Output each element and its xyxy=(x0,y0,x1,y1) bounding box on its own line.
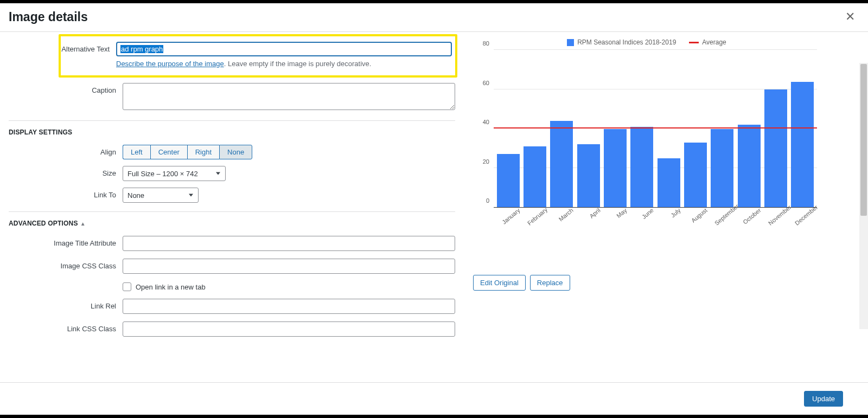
y-tick: 40 xyxy=(483,119,489,125)
x-label: December xyxy=(794,207,828,242)
align-none-button[interactable]: None xyxy=(219,145,252,159)
alt-text-input[interactable]: ad rpm graph xyxy=(116,42,452,56)
image-css-class-input[interactable] xyxy=(123,259,455,274)
average-line xyxy=(494,127,817,128)
divider xyxy=(9,211,455,212)
scrollbar-track[interactable] xyxy=(859,63,868,329)
bar-swatch-icon xyxy=(567,39,574,46)
size-select-value: Full Size – 1200 × 742 xyxy=(127,170,198,178)
size-select[interactable]: Full Size – 1200 × 742 xyxy=(123,166,226,181)
chart-bar xyxy=(604,129,627,208)
chart-bar xyxy=(711,129,733,208)
y-tick: 0 xyxy=(486,197,489,204)
chart-bar xyxy=(497,154,520,207)
image-title-label: Image Title Attribute xyxy=(9,236,123,247)
preview-actions: Edit Original Replace xyxy=(473,275,868,291)
link-rel-label: Link Rel xyxy=(9,299,123,310)
chart-bar xyxy=(577,144,600,207)
update-button[interactable]: Update xyxy=(804,391,843,407)
alt-text-highlight: Alternative Text ad rpm graph Describe t… xyxy=(59,34,457,78)
window-bottom-border xyxy=(0,415,868,418)
gridline xyxy=(494,49,817,50)
describe-purpose-link[interactable]: Describe the purpose of the image xyxy=(116,60,224,68)
new-tab-checkbox[interactable] xyxy=(123,282,131,291)
legend-item-average: Average xyxy=(689,38,726,46)
new-tab-checkbox-label: Open link in a new tab xyxy=(136,283,206,291)
image-css-class-label: Image CSS Class xyxy=(9,259,123,270)
divider xyxy=(9,120,455,121)
line-swatch-icon xyxy=(689,42,699,43)
chart-bar xyxy=(738,125,761,207)
chart-bar xyxy=(658,158,680,207)
align-label: Align xyxy=(9,145,123,156)
size-label: Size xyxy=(9,166,123,177)
caption-textarea[interactable] xyxy=(123,83,455,110)
y-tick: 60 xyxy=(483,80,489,86)
chart-plot-area: 020406080 xyxy=(494,50,817,208)
legend-item-bars: RPM Seasonal Indices 2018-2019 xyxy=(567,38,676,46)
advanced-options-heading[interactable]: ADVANCED OPTIONS xyxy=(0,220,464,234)
link-rel-input[interactable] xyxy=(123,299,455,314)
chart-bar xyxy=(684,143,707,207)
edit-original-button[interactable]: Edit Original xyxy=(473,275,526,291)
caption-label: Caption xyxy=(9,83,123,94)
align-center-button[interactable]: Center xyxy=(150,145,187,159)
chart-bar xyxy=(524,146,546,207)
align-right-button[interactable]: Right xyxy=(187,145,219,159)
chart-preview: RPM Seasonal Indices 2018-2019 Average 0… xyxy=(473,38,820,255)
link-to-select[interactable]: None xyxy=(123,188,199,203)
chart-bar xyxy=(791,82,814,207)
chart-bar xyxy=(550,121,573,207)
link-to-label: Link To xyxy=(9,188,123,199)
new-tab-checkbox-row[interactable]: Open link in a new tab xyxy=(123,281,455,291)
alt-text-value-selected: ad rpm graph xyxy=(120,45,163,53)
chart-bar xyxy=(630,127,653,207)
close-icon: ✕ xyxy=(845,10,855,23)
alt-text-hint-rest: . Leave empty if the image is purely dec… xyxy=(224,60,372,68)
modal-header: Image details ✕ xyxy=(0,3,868,32)
legend-average-name: Average xyxy=(702,38,726,46)
replace-button[interactable]: Replace xyxy=(530,275,570,291)
preview-panel: RPM Seasonal Indices 2018-2019 Average 0… xyxy=(464,32,868,372)
alt-text-hint: Describe the purpose of the image. Leave… xyxy=(116,60,452,68)
chart-bars xyxy=(494,50,817,207)
link-css-class-label: Link CSS Class xyxy=(9,321,123,333)
y-tick: 80 xyxy=(483,40,489,47)
chart-bar xyxy=(764,89,787,207)
settings-panel: Alternative Text ad rpm graph Describe t… xyxy=(0,32,464,372)
modal-footer: Update xyxy=(0,382,868,415)
legend-series-name: RPM Seasonal Indices 2018-2019 xyxy=(577,38,676,46)
alt-text-label: Alternative Text xyxy=(61,42,116,53)
align-left-button[interactable]: Left xyxy=(123,145,150,159)
chart-legend: RPM Seasonal Indices 2018-2019 Average xyxy=(473,38,820,46)
scrollbar-thumb[interactable] xyxy=(860,64,867,216)
y-axis: 020406080 xyxy=(475,50,492,207)
modal-title: Image details xyxy=(9,10,88,24)
display-settings-heading: DISPLAY SETTINGS xyxy=(0,128,464,143)
link-css-class-input[interactable] xyxy=(123,321,455,337)
y-tick: 20 xyxy=(483,158,489,165)
link-to-select-value: None xyxy=(127,191,144,200)
image-title-input[interactable] xyxy=(123,236,455,251)
x-axis-labels: JanuaryFebruaryMarchAprilMayJuneJulyAugu… xyxy=(494,208,817,235)
close-button[interactable]: ✕ xyxy=(841,8,859,26)
align-button-group: Left Center Right None xyxy=(123,145,252,159)
